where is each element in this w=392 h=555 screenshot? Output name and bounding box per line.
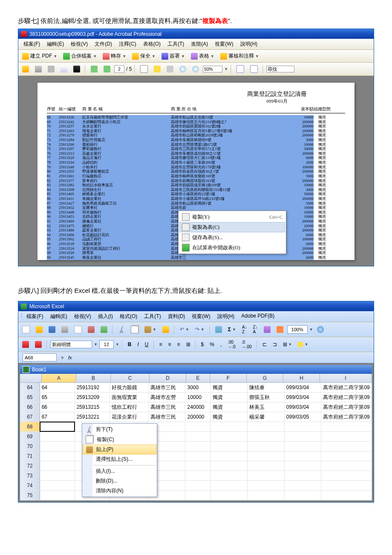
cell[interactable]	[211, 471, 248, 480]
fitpage-button[interactable]	[248, 64, 260, 74]
cell[interactable]	[210, 422, 248, 431]
acrobat-menubar[interactable]: 檔案(F)編輯(E)檢視(V)文件(D)注釋(C)表格(O)工具(T)進階(A)…	[18, 39, 374, 50]
fullwidth-button[interactable]	[234, 64, 246, 74]
row-header[interactable]: 73	[20, 471, 40, 480]
cell[interactable]	[248, 481, 285, 490]
row-header[interactable]: 72	[20, 461, 40, 471]
cell[interactable]: 25913221	[75, 412, 110, 422]
cell[interactable]	[185, 422, 210, 431]
col-header[interactable]: C	[111, 374, 150, 382]
cell[interactable]: 高市府經二商字第09	[321, 393, 372, 402]
menu-item[interactable]: 視窗(W)	[189, 312, 213, 321]
menu-item[interactable]: 檔案(F)	[21, 40, 43, 49]
xctx-insert[interactable]: 插入(I)...	[82, 466, 157, 476]
row-header[interactable]: 68	[20, 422, 40, 431]
cell[interactable]	[321, 471, 372, 480]
cell[interactable]: 25913215	[75, 402, 110, 412]
row-header[interactable]: 64	[20, 383, 40, 392]
fontsize-select[interactable]	[99, 340, 114, 349]
zoom-out-button[interactable]	[177, 64, 188, 74]
cell[interactable]: 高雄市左營	[149, 393, 186, 402]
cell[interactable]: 200000	[185, 412, 210, 422]
row-header[interactable]: 70	[20, 442, 40, 451]
xl-cut-button[interactable]	[116, 325, 127, 334]
ctx-open-in-spreadsheet[interactable]: 在試算表中開啟表(O)	[179, 243, 285, 253]
xl-save-button[interactable]	[46, 325, 58, 334]
cell[interactable]	[248, 422, 285, 431]
menu-item[interactable]: 文件(D)	[92, 40, 115, 49]
new-button[interactable]	[20, 324, 32, 335]
cell[interactable]	[285, 491, 322, 500]
cell[interactable]	[285, 442, 322, 451]
cell[interactable]	[185, 491, 210, 500]
search-button[interactable]	[71, 64, 82, 74]
cell[interactable]: 花漾企業行	[110, 412, 149, 422]
col-header[interactable]: F	[210, 374, 247, 382]
cell[interactable]: 66	[40, 402, 75, 412]
italic-button[interactable]: I	[135, 340, 141, 349]
align-center-button[interactable]: ≡	[166, 340, 173, 349]
cell[interactable]	[40, 491, 75, 500]
xctx-clear[interactable]: 清除內容(N)	[82, 486, 157, 496]
open-button[interactable]	[20, 64, 31, 74]
row-header[interactable]: 71	[20, 451, 40, 461]
review-button[interactable]: 審核和注釋 ▼	[218, 51, 261, 61]
menu-item[interactable]: 編輯(E)	[48, 312, 70, 321]
row-header[interactable]: 65	[20, 393, 40, 402]
cell[interactable]	[285, 471, 322, 480]
menu-item[interactable]: 格式(O)	[117, 312, 140, 321]
col-header[interactable]: E	[186, 374, 210, 382]
col-header[interactable]: A	[42, 374, 76, 382]
menu-item[interactable]: 檔案(F)	[24, 312, 46, 321]
ctx-save-as-table[interactable]: 儲存為表(S)...	[179, 232, 285, 243]
row-header[interactable]: 66	[20, 402, 40, 412]
cell[interactable]	[321, 432, 372, 441]
cell[interactable]	[211, 442, 248, 451]
cell[interactable]	[185, 442, 210, 451]
column-headers[interactable]: ABCDEFGHI	[20, 374, 372, 383]
cell[interactable]	[40, 471, 75, 480]
cell[interactable]: 楊采馨	[248, 412, 285, 422]
cell[interactable]	[211, 491, 248, 500]
zoom-select[interactable]	[287, 325, 308, 334]
name-box[interactable]: A68	[23, 353, 57, 361]
cell[interactable]	[321, 481, 372, 490]
xctx-cut[interactable]: 剪下(T)	[82, 425, 157, 434]
cell[interactable]	[248, 442, 285, 451]
cell[interactable]	[321, 442, 372, 451]
cell[interactable]: 憶欣工程行	[110, 402, 149, 412]
cell[interactable]: 099/03/04	[285, 383, 322, 392]
zoom-in-button[interactable]	[190, 64, 201, 74]
underline-button[interactable]: U	[143, 340, 151, 349]
menu-item[interactable]: 檢視(V)	[72, 312, 94, 321]
cell[interactable]	[40, 451, 75, 461]
row-header[interactable]: 69	[20, 432, 40, 441]
cell[interactable]	[185, 432, 210, 441]
cell[interactable]	[185, 461, 210, 471]
cell[interactable]	[211, 432, 248, 441]
select-tool[interactable]	[138, 64, 150, 74]
row-header[interactable]: 74	[20, 481, 40, 490]
xctx-paste[interactable]: 貼上(P)	[83, 445, 156, 454]
cell[interactable]: 高雄市三民	[149, 402, 186, 412]
cell[interactable]: 10000	[185, 393, 210, 402]
secure-button[interactable]: 保全 ▼	[130, 51, 158, 61]
cell[interactable]: 099/03/04	[285, 393, 322, 402]
cell[interactable]	[40, 422, 75, 432]
cell[interactable]: 陳炫睿	[248, 383, 285, 392]
col-header[interactable]: D	[150, 374, 186, 382]
col-header[interactable]: I	[320, 374, 372, 382]
cell[interactable]: 鄧張玉秋	[248, 393, 285, 402]
cell[interactable]	[40, 461, 75, 471]
cell[interactable]: 高市府經二商字第09	[321, 402, 372, 412]
cell[interactable]: 高市府經二商字第09	[321, 412, 372, 422]
print-button[interactable]	[33, 64, 44, 74]
bold-button[interactable]: B	[126, 340, 134, 349]
cell[interactable]: 099/03/04	[285, 402, 322, 412]
ctx-copy-as-table[interactable]: 複製為表(C)	[179, 222, 285, 232]
cell[interactable]	[248, 471, 285, 480]
cell[interactable]	[285, 481, 322, 490]
mail-button[interactable]	[58, 64, 69, 74]
next-page-button[interactable]	[101, 64, 112, 74]
zoom-tool[interactable]	[164, 64, 176, 74]
